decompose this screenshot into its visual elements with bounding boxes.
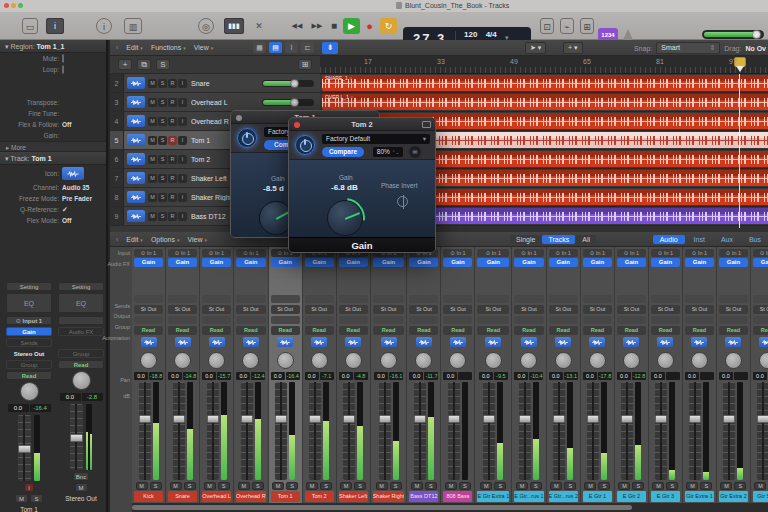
channel-solo-button[interactable]: S — [530, 482, 542, 490]
channel-fader[interactable] — [373, 382, 405, 480]
channel-name[interactable]: Tom 1 — [271, 491, 300, 502]
mixer-filter-bus[interactable]: Bus — [742, 235, 768, 244]
mixer-channel[interactable]: ⊙ In 1 Gain St Out Read 0.0 M S Gtr Extr… — [683, 247, 717, 503]
channel-sends-slot[interactable] — [339, 295, 368, 303]
channel-sends-slot[interactable] — [271, 295, 300, 303]
channel-volume-value[interactable]: 0.0 — [305, 372, 319, 380]
channel-sends-slot[interactable] — [443, 295, 472, 303]
channel-fader[interactable] — [719, 382, 748, 480]
zoom-window-icon[interactable] — [18, 3, 23, 8]
channel-volume-value[interactable]: 0.0 — [719, 372, 733, 380]
phase-invert-button[interactable] — [397, 196, 408, 207]
channel-sends-slot[interactable] — [305, 295, 334, 303]
channel-automation-mode[interactable]: Read — [753, 326, 768, 335]
channel-automation-mode[interactable]: Read — [477, 326, 509, 335]
channel-gain-plugin-slot[interactable]: Gain — [443, 258, 472, 267]
channel-empty-plugin-slots[interactable] — [719, 269, 748, 295]
channel-output-select[interactable]: St Out — [651, 305, 680, 314]
mixer-channel[interactable]: ⊙ In 1 Gain St Out Read 0.0 -7.1 M S Tom… — [303, 247, 337, 503]
channel-automation-mode[interactable]: Read — [202, 326, 231, 335]
channel-automation-mode[interactable]: Read — [685, 326, 714, 335]
channel-automation-mode[interactable]: Read — [271, 326, 300, 335]
inspector-row-value[interactable]: Off — [62, 121, 71, 128]
fader-cap[interactable] — [519, 415, 531, 423]
channel-mute-button[interactable]: M — [411, 482, 423, 490]
mixer-toggle-button[interactable]: ▮▮▮ — [224, 18, 244, 34]
close-icon[interactable] — [236, 115, 242, 121]
mixer-channel[interactable]: ⊙ In 1 Gain St Out Read 0.0 -11.7 M S Ba… — [407, 247, 441, 503]
channel-output-select[interactable]: St Out — [134, 305, 163, 314]
compare-button[interactable]: Compare — [322, 147, 364, 157]
inspector-toggle-button[interactable]: i — [46, 18, 64, 34]
fader-cap[interactable] — [655, 415, 667, 423]
channel-volume-value[interactable]: 0.0 — [617, 372, 631, 380]
mixer-filter-audio[interactable]: Audio — [653, 235, 685, 244]
mixer-channel[interactable]: ⊙ In 1 Gain St Out Read 0.0 -13.1 M S E … — [547, 247, 581, 503]
channel-fader[interactable] — [685, 382, 714, 480]
channel-input-select[interactable]: ⊙ Input 1 — [6, 316, 52, 325]
channel-fader[interactable] — [134, 382, 163, 480]
channel-name[interactable]: Snare — [168, 491, 197, 502]
inspector-row-value[interactable]: ✓ — [62, 206, 68, 214]
channel-sends-slot[interactable] — [651, 295, 680, 303]
channel-output-select[interactable]: St Out — [549, 305, 578, 314]
mixer-channel[interactable]: ⊙ In 1 Gain St Out Read 0.0 M S E Gtr 3 — [649, 247, 683, 503]
track-solo-button[interactable]: S — [158, 174, 167, 183]
channel-pan-knob[interactable] — [589, 352, 606, 369]
play-button[interactable]: ▶ — [343, 18, 360, 34]
channel-volume-value[interactable]: 0.0 — [514, 372, 528, 380]
channel-mute-button[interactable]: M — [720, 482, 732, 490]
mixer-menu-edit[interactable]: Edit ▾ — [126, 236, 143, 243]
add-track-button[interactable]: + — [118, 59, 132, 70]
channel-volume-value[interactable]: 0.0 — [443, 372, 457, 380]
mixer-menu-options[interactable]: Options ▾ — [151, 236, 180, 243]
channel-name[interactable]: E Gtr...rus 2 — [549, 491, 578, 502]
channel-empty-plugin-slots[interactable] — [477, 269, 509, 295]
channel-sends-slot[interactable] — [168, 295, 197, 303]
drag-select[interactable]: No Ov — [745, 45, 766, 52]
channel-output-select[interactable]: St Out — [514, 305, 543, 314]
channel-gain-plugin-slot[interactable]: Gain — [339, 258, 368, 267]
channel-group-slot[interactable] — [236, 316, 266, 324]
track-solo-button[interactable]: S — [158, 136, 167, 145]
channel-empty-plugin-slots[interactable] — [236, 269, 266, 295]
channel-output-select[interactable]: St Out — [583, 305, 612, 314]
channel-empty-plugin-slots[interactable] — [134, 269, 163, 295]
metronome-icon[interactable] — [623, 29, 633, 40]
horizontal-scrollbar[interactable] — [132, 503, 768, 512]
channel-fader[interactable] — [339, 382, 368, 480]
channel-output-select[interactable]: St Out — [409, 305, 438, 314]
link-icon[interactable]: ∞ — [409, 146, 421, 158]
channel-pan-knob[interactable] — [691, 352, 708, 369]
mixer-channel[interactable]: ⊙ In 1 Gain St Out Read 0.0 -15.7 M S Ov… — [200, 247, 234, 503]
channel-output-select[interactable]: St Out — [202, 305, 231, 314]
channel-fader[interactable] — [168, 382, 197, 480]
channel-pan-knob[interactable] — [657, 352, 674, 369]
channel-group-slot[interactable] — [168, 316, 197, 324]
channel-volume-value[interactable]: 0.0 — [753, 372, 767, 380]
output-audio-fx-slot[interactable]: Audio FX — [58, 327, 104, 336]
fader-cap[interactable] — [553, 415, 565, 423]
channel-solo-button[interactable]: S — [252, 482, 264, 490]
channel-sends-slot[interactable] — [373, 295, 405, 303]
channel-sends-slot[interactable]: Sends — [6, 338, 52, 347]
channel-mute-button[interactable]: M — [618, 482, 630, 490]
quick-help-icon[interactable]: i — [96, 18, 112, 34]
channel-mute-button[interactable]: M — [376, 482, 388, 490]
channel-automation-mode[interactable]: Read — [305, 326, 334, 335]
output-setting-button[interactable]: Setting — [58, 282, 104, 291]
track-input-monitor-button[interactable]: I — [178, 136, 187, 145]
channel-volume-value[interactable]: 0.0 — [374, 372, 388, 380]
channel-gain-plugin-slot[interactable]: Gain — [753, 258, 768, 267]
fader-cap[interactable] — [689, 415, 701, 423]
inspector-row-value[interactable]: Off — [62, 217, 71, 224]
track-mute-button[interactable]: M — [148, 136, 157, 145]
channel-mute-button[interactable]: M — [516, 482, 528, 490]
channel-automation-mode[interactable]: Read — [236, 326, 266, 335]
channel-group-slot[interactable] — [685, 316, 714, 324]
fader-cap[interactable] — [621, 415, 633, 423]
snap-select[interactable]: Smart⇕ — [656, 42, 720, 54]
channel-mute-button[interactable]: M — [652, 482, 664, 490]
output-fader[interactable] — [58, 404, 104, 470]
track-record-button[interactable]: R — [168, 193, 177, 202]
